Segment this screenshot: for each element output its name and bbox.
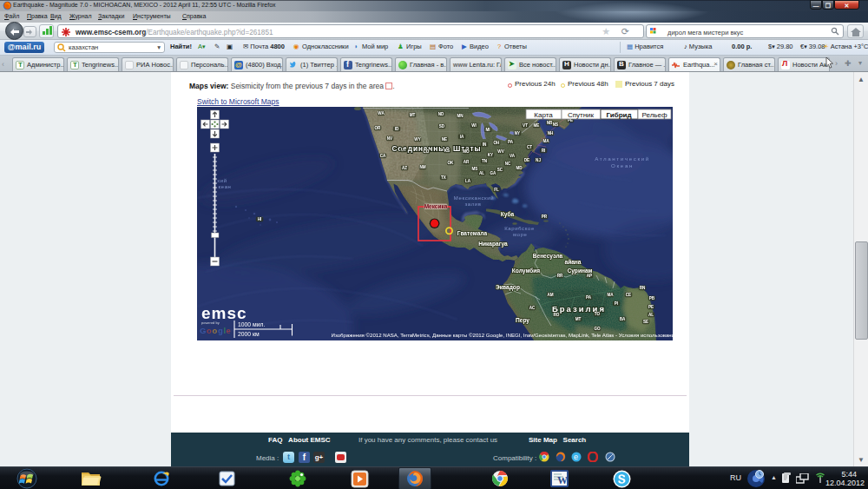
svg-text:PR: PR — [542, 215, 548, 219]
svg-text:PB: PB — [649, 296, 655, 301]
svg-text:море: море — [513, 232, 528, 237]
svg-text:powered by: powered by — [201, 320, 220, 325]
svg-text:MN: MN — [457, 114, 464, 118]
svg-text:Океан: Океан — [611, 162, 634, 169]
svg-text:Спутник: Спутник — [568, 111, 595, 119]
svg-text:NM: NM — [419, 165, 425, 169]
svg-text:emsc: emsc — [201, 304, 247, 322]
svg-text:UT: UT — [401, 148, 406, 152]
svg-text:Атлантический: Атлантический — [595, 155, 650, 162]
svg-text:MI: MI — [485, 128, 490, 132]
svg-text:MD: MD — [516, 166, 523, 170]
svg-text:MO: MO — [463, 149, 470, 154]
svg-text:NE: NE — [442, 137, 447, 142]
svg-text:залив: залив — [464, 202, 481, 207]
svg-text:SC: SC — [497, 168, 503, 172]
svg-text:AM: AM — [547, 293, 553, 297]
svg-text:e: e — [574, 453, 578, 461]
svg-text:WA: WA — [378, 111, 385, 116]
svg-text:NH: NH — [548, 131, 554, 135]
svg-text:CE: CE — [626, 293, 631, 297]
svg-text:Карибское: Карибское — [504, 226, 535, 231]
svg-text:RR: RR — [557, 274, 563, 278]
svg-text:CA: CA — [380, 154, 386, 158]
svg-text:NY: NY — [515, 131, 520, 135]
svg-text:PA: PA — [508, 140, 514, 144]
svg-text:Мексика: Мексика — [424, 203, 448, 209]
svg-text:NV: NV — [387, 136, 393, 141]
svg-text:VT: VT — [523, 123, 528, 128]
svg-text:MA: MA — [607, 293, 614, 297]
svg-text:ND: ND — [438, 112, 444, 116]
svg-text:WY: WY — [414, 137, 420, 142]
svg-text:DE: DE — [524, 158, 529, 162]
svg-text:AC: AC — [529, 306, 536, 310]
svg-text:TX: TX — [441, 175, 447, 180]
svg-text:HI: HI — [258, 217, 262, 221]
svg-text:CO: CO — [424, 149, 430, 154]
svg-text:1000 мил.: 1000 мил. — [238, 321, 265, 327]
svg-text:TO: TO — [595, 312, 601, 316]
svg-text:VA: VA — [510, 154, 516, 158]
svg-text:OH: OH — [494, 141, 501, 145]
svg-text:FL: FL — [494, 188, 499, 192]
svg-text:MT: MT — [575, 317, 582, 321]
svg-text:o: o — [213, 326, 218, 335]
svg-text:ID: ID — [395, 127, 399, 131]
svg-text:WI: WI — [471, 123, 477, 128]
svg-text:2000 км: 2000 км — [238, 331, 260, 337]
svg-text:g: g — [218, 326, 223, 335]
svg-text:RI: RI — [542, 149, 546, 153]
svg-text:W: W — [557, 474, 568, 486]
svg-text:Колумбия: Колумбия — [512, 268, 540, 274]
svg-text:Изображения ©2012 NASA, TerraM: Изображения ©2012 NASA, TerraMetrics, Да… — [332, 332, 673, 338]
svg-text:CT: CT — [527, 145, 532, 149]
svg-text:NC: NC — [505, 162, 511, 166]
svg-text:SE: SE — [643, 320, 648, 324]
svg-text:G: G — [200, 326, 206, 335]
svg-text:KY: KY — [488, 153, 493, 157]
svg-text:RN: RN — [640, 286, 646, 290]
svg-text:Карта: Карта — [534, 111, 553, 119]
svg-text:Куба: Куба — [501, 211, 515, 218]
svg-text:KS: KS — [444, 149, 450, 153]
svg-text:AL: AL — [648, 313, 654, 317]
svg-text:o: o — [207, 326, 212, 335]
svg-text:TN: TN — [482, 159, 488, 163]
svg-text:айана: айана — [564, 259, 581, 265]
svg-text:OR: OR — [375, 126, 382, 130]
svg-text:NJ: NJ — [536, 158, 541, 162]
svg-text:Никарагуа: Никарагуа — [478, 241, 508, 248]
svg-text:AR: AR — [464, 160, 470, 164]
svg-text:LA: LA — [465, 179, 471, 183]
svg-text:AP: AP — [587, 274, 592, 278]
svg-text:кеан: кеан — [218, 184, 231, 189]
svg-text:Эквадор: Эквадор — [496, 284, 520, 291]
svg-text:ME: ME — [534, 123, 540, 128]
svg-text:PI: PI — [615, 301, 618, 306]
svg-text:MA: MA — [542, 139, 549, 143]
svg-text:NS: NS — [553, 122, 558, 127]
svg-text:Рельеф: Рельеф — [641, 111, 667, 119]
svg-text:GA: GA — [490, 171, 497, 175]
svg-text:MS: MS — [472, 167, 478, 171]
svg-text:Венесуэла: Венесуэла — [533, 253, 563, 260]
svg-text:RO: RO — [554, 313, 560, 317]
svg-text:Гибрид: Гибрид — [606, 111, 631, 119]
svg-text:AZ: AZ — [402, 166, 407, 170]
svg-text:Мексиканский: Мексиканский — [454, 195, 494, 201]
svg-text:GO: GO — [594, 327, 601, 331]
svg-text:Перу: Перу — [516, 317, 529, 324]
svg-text:хий: хий — [217, 178, 227, 183]
svg-text:WV: WV — [497, 149, 504, 154]
svg-text:PA: PA — [586, 295, 592, 300]
svg-text:AL: AL — [479, 171, 484, 175]
svg-text:IA: IA — [460, 135, 464, 139]
svg-text:MT: MT — [410, 113, 416, 117]
svg-text:IN: IN — [483, 142, 487, 147]
svg-text:e: e — [227, 326, 231, 335]
svg-text:Гватемала: Гватемала — [457, 230, 488, 236]
svg-text:PE: PE — [648, 305, 654, 309]
svg-text:SD: SD — [439, 124, 445, 129]
svg-text:OK: OK — [448, 161, 455, 165]
